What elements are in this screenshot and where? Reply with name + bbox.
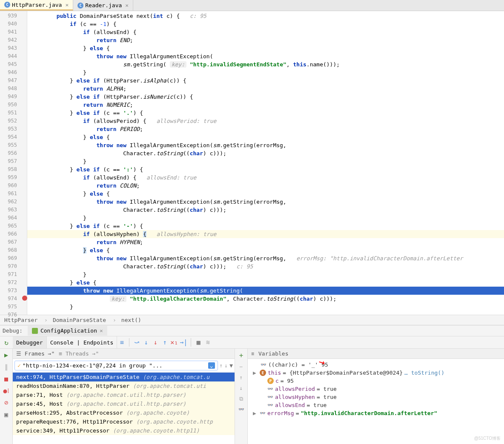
stack-frame[interactable]: readHostDomainName:870, HttpParser (org.…	[13, 381, 235, 390]
code-editor[interactable]: 939 940 941 942 943 944 945 946 947 948 …	[0, 11, 504, 315]
editor-tabs: C HttpParser.java × C Reader.java ×	[0, 0, 504, 11]
var-allowsperiod[interactable]: 👓 allowsPeriod = true	[248, 385, 504, 393]
drop-frame-icon[interactable]: ✕₁	[169, 339, 179, 346]
var-allowsend[interactable]: 👓 allowsEnd = true	[248, 401, 504, 409]
step-over-icon[interactable]: ⤻	[132, 339, 141, 346]
breadcrumb-method[interactable]: next()	[121, 317, 145, 323]
close-icon[interactable]: ×	[65, 2, 69, 8]
filter-icon[interactable]: ▼	[229, 362, 233, 369]
class-icon: C	[77, 3, 83, 9]
enum-badge: E	[260, 370, 266, 376]
stack-frame[interactable]: service:349, Http11Processor (org.apache…	[13, 426, 235, 435]
tab-label: HttpParser.java	[12, 2, 62, 8]
param-badge: P	[267, 378, 274, 384]
next-frame-icon[interactable]: ↓	[224, 362, 228, 369]
tab-reader[interactable]: C Reader.java ×	[73, 0, 133, 11]
thread-combo[interactable]: ✓ "http-nio-1234-exec-1"@7,224 in group …	[14, 361, 218, 370]
tab-httpparser[interactable]: C HttpParser.java ×	[0, 0, 73, 11]
glasses-icon: 👓	[260, 410, 266, 416]
debug-sidebar: ▶ ∥ ■ ●⁞ ⊘ ▣	[0, 349, 13, 444]
step-into-icon[interactable]: ↓	[141, 339, 151, 346]
close-icon[interactable]: ×	[125, 2, 129, 9]
debug-title: Debug:	[3, 327, 23, 334]
glasses-icon: 👓	[267, 394, 273, 400]
breadcrumb-inner[interactable]: DomainParseState	[53, 317, 116, 323]
rerun-button[interactable]: ↻	[0, 339, 13, 347]
resume-button[interactable]: ▶	[4, 351, 8, 359]
add-watch-icon[interactable]: +	[239, 351, 243, 359]
config-name: ConfigApplication	[40, 327, 97, 334]
fold-gutter	[20, 11, 27, 315]
stack-frame[interactable]: parseHost:295, AbstractProcessor (org.ap…	[13, 408, 235, 417]
stack-frame[interactable]: parse:71, Host (org.apache.tomcat.util.h…	[13, 390, 235, 399]
line-gutter: 939 940 941 942 943 944 945 946 947 948 …	[0, 11, 20, 315]
expand-icon[interactable]: ▶	[253, 410, 258, 416]
debug-toolbar: ↻ Debugger Console | Endpoints ≡ ⤻ ↓ ↓ ↑…	[0, 336, 504, 349]
frames-header: ☰ Frames →" ≡ Threads →"	[13, 349, 235, 359]
watermark: @51CTO博客	[474, 435, 501, 441]
variables-list[interactable]: ↘ 👓 ((char)c) = '_' 95 ▶ E this = {HttpP…	[248, 359, 504, 444]
frames-list[interactable]: next:974, HttpParser$DomainParseState (o…	[13, 373, 235, 444]
close-icon[interactable]: ×	[100, 327, 103, 334]
breadcrumb[interactable]: HttpParser DomainParseState next()	[0, 315, 504, 325]
variables-pane: ≡ Variables ↘ 👓 ((char)c) = '_' 95 ▶ E t…	[248, 349, 504, 444]
expand-icon[interactable]: ▶	[253, 370, 258, 376]
watch-expression[interactable]: 👓 ((char)c) = '_' 95	[248, 361, 504, 369]
copy-icon[interactable]: ⧉	[239, 396, 243, 402]
glasses-icon: 👓	[267, 386, 273, 392]
var-this[interactable]: ▶ E this = {HttpParser$DomainParseState@…	[248, 369, 504, 377]
frames-pane: ☰ Frames →" ≡ Threads →" ✓ "http-nio-123…	[13, 349, 235, 444]
var-errormsg[interactable]: ▶ 👓 errorMsg = "http.invalidCharacterDom…	[248, 409, 504, 417]
run-to-cursor-icon[interactable]: →|	[179, 339, 188, 346]
class-icon: C	[4, 2, 10, 8]
debug-body: ▶ ∥ ■ ●⁞ ⊘ ▣ ☰ Frames →" ≡ Threads →" ✓ …	[0, 349, 504, 444]
evaluate-icon[interactable]: ▦	[194, 339, 203, 346]
mute-breakpoints-button[interactable]: ⊘	[4, 399, 8, 407]
glasses-icon: 👓	[261, 362, 266, 367]
thread-name: "http-nio-1234-exec-1"@7,224 in group ".…	[23, 362, 163, 369]
debug-config-tab[interactable]: ConfigApplication ×	[28, 326, 107, 336]
stack-frame[interactable]: prepareRequest:776, Http11Processor (org…	[13, 417, 235, 426]
pause-button[interactable]: ∥	[5, 363, 8, 371]
app-icon	[32, 328, 38, 334]
view-breakpoints-button[interactable]: ●⁞	[3, 387, 9, 395]
tab-label: Reader.java	[85, 2, 122, 9]
step-out-icon[interactable]: ↑	[160, 339, 169, 346]
down-icon[interactable]: ↓	[240, 385, 243, 391]
dropdown-icon[interactable]: ⌄	[208, 362, 215, 369]
frames-tab[interactable]: ☰ Frames →"	[16, 350, 54, 357]
stack-frame[interactable]: next:974, HttpParser$DomainParseState (o…	[13, 373, 235, 381]
prev-frame-icon[interactable]: ↑	[220, 362, 223, 369]
debugger-tab[interactable]: Debugger	[13, 336, 47, 348]
show-execution-icon[interactable]: ≡	[117, 339, 126, 346]
vars-toolbar: + − ↑ ↓ ⧉ 👓	[235, 349, 248, 444]
var-c[interactable]: P c = 95	[248, 377, 504, 385]
camera-icon[interactable]: ▣	[4, 411, 8, 418]
stop-button[interactable]: ■	[4, 375, 8, 383]
stack-frame[interactable]: parse:45, Host (org.apache.tomcat.util.h…	[13, 399, 235, 408]
remove-watch-icon[interactable]: −	[240, 364, 243, 370]
variables-header: ≡ Variables	[248, 349, 504, 359]
threads-tab[interactable]: ≡ Threads →"	[59, 350, 99, 357]
up-icon[interactable]: ↑	[240, 374, 243, 381]
glasses-icon[interactable]: 👓	[238, 407, 244, 412]
glasses-icon: 👓	[267, 402, 273, 408]
console-tab[interactable]: Console | Endpoints	[47, 336, 117, 348]
var-allowshyphen[interactable]: 👓 allowsHyphen = true	[248, 393, 504, 401]
tostring-link[interactable]: … toString()	[404, 370, 444, 376]
code-area[interactable]: public DomainParseState next(int c) { c:…	[27, 11, 504, 315]
trace-icon[interactable]: ≋	[203, 339, 212, 346]
force-step-into-icon[interactable]: ↓	[151, 339, 160, 346]
thread-selector: ✓ "http-nio-1234-exec-1"@7,224 in group …	[13, 359, 235, 373]
debug-header: Debug: ConfigApplication ×	[0, 325, 504, 336]
